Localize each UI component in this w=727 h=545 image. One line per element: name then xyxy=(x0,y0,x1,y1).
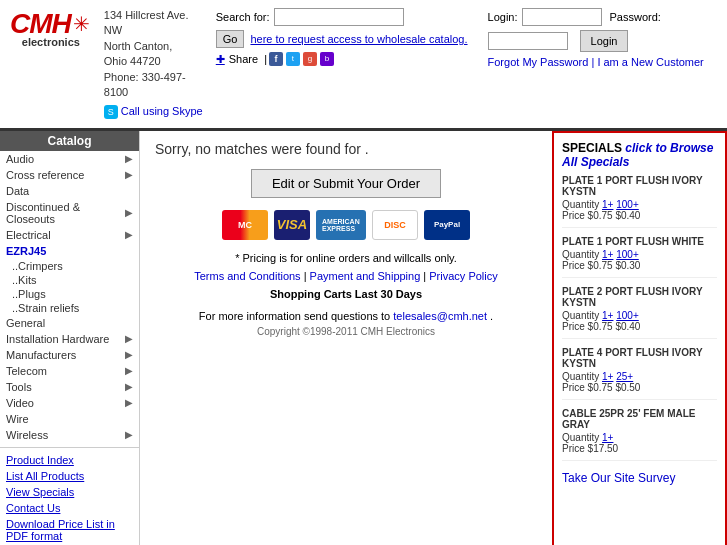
special-name-4: PLATE 4 PORT FLUSH IVORY KYSTN xyxy=(562,347,717,369)
share-icon[interactable]: ✚ xyxy=(216,53,225,66)
sidebar-link-list-all[interactable]: List All Products xyxy=(0,468,139,484)
forgot-links: Forgot My Password | I am a New Customer xyxy=(488,56,704,68)
qty-1-link[interactable]: 1+ xyxy=(602,249,613,260)
search-row: Search for: xyxy=(216,8,468,26)
sidebar-sub-strain[interactable]: ..Strain reliefs xyxy=(0,301,139,315)
content-area: Sorry, no matches were found for . Edit … xyxy=(140,131,552,545)
login-label: Login: xyxy=(488,11,518,23)
specials-title: SPECIALS click to Browse All Specials xyxy=(562,141,717,169)
sidebar-item-discontinued[interactable]: Discontinued & Closeouts ▶ xyxy=(0,199,139,227)
sidebar-divider xyxy=(0,447,139,448)
payment-link[interactable]: Payment and Shipping xyxy=(310,270,421,282)
search-label: Search for: xyxy=(216,11,270,23)
qty-1-link[interactable]: 1+ xyxy=(602,310,613,321)
qty-25-link[interactable]: 25+ xyxy=(616,371,633,382)
login-button[interactable]: Login xyxy=(580,30,629,52)
skype-link[interactable]: S Call using Skype xyxy=(104,104,204,119)
content-links: Terms and Conditions | Payment and Shipp… xyxy=(155,270,537,282)
special-price-3: Price $0.75 $0.40 xyxy=(562,321,717,332)
skype-label: Call using Skype xyxy=(121,104,203,119)
search-area: Search for: Go here to request access to… xyxy=(216,8,468,66)
more-info: For more information send questions to t… xyxy=(155,310,537,322)
special-name-5: CABLE 25PR 25' FEM MALE GRAY xyxy=(562,408,717,430)
sidebar-item-wire[interactable]: Wire xyxy=(0,411,139,427)
qty-100-link[interactable]: 100+ xyxy=(616,310,639,321)
address-state: Ohio 44720 xyxy=(104,55,161,67)
sidebar-label-audio: Audio xyxy=(6,153,34,165)
sidebar-item-ezrj45[interactable]: EZRJ45 xyxy=(0,243,139,259)
sidebar-label-tools: Tools xyxy=(6,381,32,393)
qty-1-link[interactable]: 1+ xyxy=(602,199,613,210)
logo-star-icon: ✳ xyxy=(73,12,90,36)
arrow-icon: ▶ xyxy=(125,429,133,440)
sidebar: Catalog Audio ▶ Cross reference ▶ Data D… xyxy=(0,131,140,545)
sidebar-sub-plugs[interactable]: ..Plugs xyxy=(0,287,139,301)
arrow-icon: ▶ xyxy=(125,397,133,408)
wholesale-link[interactable]: here to request access to wholesale cata… xyxy=(250,33,467,45)
qty-100-link[interactable]: 100+ xyxy=(616,199,639,210)
sidebar-link-view-specials[interactable]: View Specials xyxy=(0,484,139,500)
sidebar-item-audio[interactable]: Audio ▶ xyxy=(0,151,139,167)
share-label: Share xyxy=(229,53,258,65)
special-qty-3: Quantity 1+ 100+ xyxy=(562,310,717,321)
sidebar-label-video: Video xyxy=(6,397,34,409)
header: CMH ✳ electronics 134 Hillcrest Ave. NW … xyxy=(0,0,727,131)
order-button[interactable]: Edit or Submit Your Order xyxy=(251,169,441,198)
special-item-1: PLATE 1 PORT FLUSH IVORY KYSTN Quantity … xyxy=(562,175,717,228)
survey-anchor[interactable]: Take Our Site Survey xyxy=(562,471,675,485)
logo-electronics-text: electronics xyxy=(22,36,80,48)
twitter-icon[interactable]: t xyxy=(286,52,300,66)
sidebar-link-product-index[interactable]: Product Index xyxy=(0,452,139,468)
arrow-icon: ▶ xyxy=(125,333,133,344)
bookmark-icon[interactable]: b xyxy=(320,52,334,66)
sidebar-sub-kits[interactable]: ..Kits xyxy=(0,273,139,287)
address-city: North Canton, xyxy=(104,40,172,52)
address: 134 Hillcrest Ave. NW North Canton, Ohio… xyxy=(104,8,204,120)
sidebar-sub-crimpers[interactable]: ..Crimpers xyxy=(0,259,139,273)
sidebar-item-data[interactable]: Data xyxy=(0,183,139,199)
special-name-3: PLATE 2 PORT FLUSH IVORY KYSTN xyxy=(562,286,717,308)
no-match-text: Sorry, no matches were found for xyxy=(155,141,361,157)
arrow-icon: ▶ xyxy=(125,365,133,376)
special-qty-5: Quantity 1+ xyxy=(562,432,717,443)
qty-1-link[interactable]: 1+ xyxy=(602,432,613,443)
password-input[interactable] xyxy=(488,32,568,50)
sidebar-item-electrical[interactable]: Electrical ▶ xyxy=(0,227,139,243)
privacy-link[interactable]: Privacy Policy xyxy=(429,270,497,282)
facebook-icon[interactable]: f xyxy=(269,52,283,66)
logo: CMH ✳ electronics xyxy=(10,8,92,48)
sidebar-item-general[interactable]: General xyxy=(0,315,139,331)
specials-label: SPECIALS xyxy=(562,141,622,155)
sidebar-item-tools[interactable]: Tools ▶ xyxy=(0,379,139,395)
sidebar-link-price-list[interactable]: Download Price List in PDF format xyxy=(0,516,139,544)
paypal-icon: PayPal xyxy=(424,210,470,240)
sidebar-link-contact-us[interactable]: Contact Us xyxy=(0,500,139,516)
special-price-5: Price $17.50 xyxy=(562,443,717,454)
google-icon[interactable]: g xyxy=(303,52,317,66)
sidebar-item-installation[interactable]: Installation Hardware ▶ xyxy=(0,331,139,347)
mastercard-icon: MC xyxy=(222,210,268,240)
special-name-2: PLATE 1 PORT FLUSH WHITE xyxy=(562,236,717,247)
email-link[interactable]: telesales@cmh.net xyxy=(393,310,487,322)
sidebar-label-installation: Installation Hardware xyxy=(6,333,109,345)
sidebar-item-wireless[interactable]: Wireless ▶ xyxy=(0,427,139,443)
special-item-4: PLATE 4 PORT FLUSH IVORY KYSTN Quantity … xyxy=(562,347,717,400)
sidebar-item-telecom[interactable]: Telecom ▶ xyxy=(0,363,139,379)
special-qty-1: Quantity 1+ 100+ xyxy=(562,199,717,210)
sidebar-item-manufacturers[interactable]: Manufacturers ▶ xyxy=(0,347,139,363)
arrow-icon: ▶ xyxy=(125,229,133,240)
special-qty-2: Quantity 1+ 100+ xyxy=(562,249,717,260)
forgot-password-link[interactable]: Forgot My Password xyxy=(488,56,589,68)
special-price-2: Price $0.75 $0.30 xyxy=(562,260,717,271)
sidebar-item-video[interactable]: Video ▶ xyxy=(0,395,139,411)
qty-100-link[interactable]: 100+ xyxy=(616,249,639,260)
qty-1-link[interactable]: 1+ xyxy=(602,371,613,382)
sidebar-item-cross-reference[interactable]: Cross reference ▶ xyxy=(0,167,139,183)
survey-link[interactable]: Take Our Site Survey xyxy=(562,471,717,485)
new-customer-link[interactable]: I am a New Customer xyxy=(597,56,703,68)
go-button[interactable]: Go xyxy=(216,30,245,48)
login-input[interactable] xyxy=(522,8,602,26)
more-info-text: For more information send questions to xyxy=(199,310,390,322)
search-input[interactable] xyxy=(274,8,404,26)
terms-link[interactable]: Terms and Conditions xyxy=(194,270,300,282)
